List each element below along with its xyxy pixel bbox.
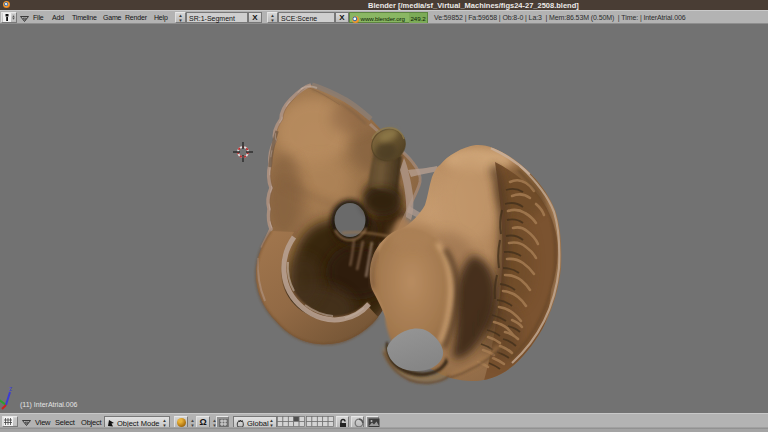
svg-text:z: z (9, 385, 12, 392)
